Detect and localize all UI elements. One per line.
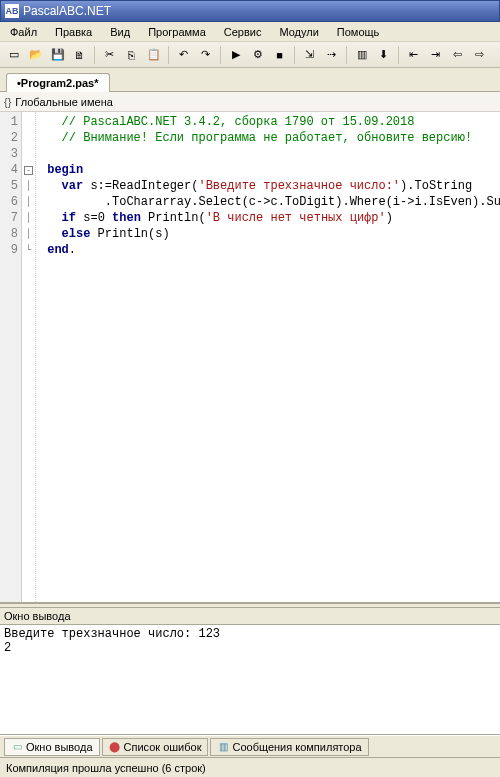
undo-icon[interactable]: ↶ xyxy=(174,45,193,64)
save-icon[interactable]: 💾 xyxy=(48,45,67,64)
fold-toggle-icon[interactable]: - xyxy=(24,166,33,175)
output-panel-body[interactable]: Введите трехзначное число: 123 2 xyxy=(0,625,500,735)
fold-gutter[interactable]: -││││└ xyxy=(22,112,36,602)
braces-icon: {} xyxy=(4,96,11,108)
menu-item-программа[interactable]: Программа xyxy=(140,24,214,40)
compiler-tab-label: Сообщения компилятора xyxy=(232,741,361,753)
app-icon: AB xyxy=(5,4,19,18)
toolbar-separator xyxy=(398,46,399,64)
menu-item-модули[interactable]: Модули xyxy=(271,24,326,40)
output-tab-icon: ▭ xyxy=(11,741,23,753)
form-designer-icon[interactable]: ▥ xyxy=(352,45,371,64)
menu-item-файл[interactable]: Файл xyxy=(2,24,45,40)
toolbar: ▭📂💾🗎✂⎘📋↶↷▶⚙■⇲⇢▥⬇⇤⇥⇦⇨ xyxy=(0,42,500,68)
menu-item-помощь[interactable]: Помощь xyxy=(329,24,388,40)
code-area[interactable]: // PascalABC.NET 3.4.2, сборка 1790 от 1… xyxy=(36,112,500,602)
new-file-icon[interactable]: ▭ xyxy=(4,45,23,64)
window-title: PascalABC.NET xyxy=(23,4,111,18)
output-tab-label: Окно вывода xyxy=(26,741,93,753)
nav-back-icon[interactable]: ⇦ xyxy=(448,45,467,64)
compiler-tab-icon: ▥ xyxy=(217,741,229,753)
indent-icon[interactable]: ⇥ xyxy=(426,45,445,64)
step-into-icon[interactable]: ⇲ xyxy=(300,45,319,64)
step-over-icon[interactable]: ⇢ xyxy=(322,45,341,64)
output-tab[interactable]: ▭Окно вывода xyxy=(4,738,100,756)
compiler-tab[interactable]: ▥Сообщения компилятора xyxy=(210,738,368,756)
status-text: Компиляция прошла успешно (6 строк) xyxy=(6,762,206,774)
toolbar-separator xyxy=(220,46,221,64)
run-icon[interactable]: ▶ xyxy=(226,45,245,64)
scope-bar[interactable]: {} Глобальные имена xyxy=(0,92,500,112)
menu-item-правка[interactable]: Правка xyxy=(47,24,100,40)
bottom-tab-bar: ▭Окно вывода⬤Список ошибок▥Сообщения ком… xyxy=(0,735,500,757)
cut-icon[interactable]: ✂ xyxy=(100,45,119,64)
errors-tab[interactable]: ⬤Список ошибок xyxy=(102,738,209,756)
save-exe-icon[interactable]: ⬇ xyxy=(374,45,393,64)
title-bar: AB PascalABC.NET xyxy=(0,0,500,22)
menu-item-вид[interactable]: Вид xyxy=(102,24,138,40)
toolbar-separator xyxy=(94,46,95,64)
menu-bar: ФайлПравкаВидПрограммаСервисМодулиПомощь xyxy=(0,22,500,42)
toolbar-separator xyxy=(294,46,295,64)
compile-icon[interactable]: ⚙ xyxy=(248,45,267,64)
copy-icon[interactable]: ⎘ xyxy=(122,45,141,64)
errors-tab-icon: ⬤ xyxy=(109,741,121,753)
redo-icon[interactable]: ↷ xyxy=(196,45,215,64)
menu-item-сервис[interactable]: Сервис xyxy=(216,24,270,40)
paste-icon[interactable]: 📋 xyxy=(144,45,163,64)
nav-fwd-icon[interactable]: ⇨ xyxy=(470,45,489,64)
save-all-icon[interactable]: 🗎 xyxy=(70,45,89,64)
code-editor[interactable]: 123456789 -││││└ // PascalABC.NET 3.4.2,… xyxy=(0,112,500,603)
toolbar-separator xyxy=(168,46,169,64)
output-panel-header: Окно вывода xyxy=(0,607,500,625)
status-bar: Компиляция прошла успешно (6 строк) xyxy=(0,757,500,777)
scope-label: Глобальные имена xyxy=(15,96,113,108)
open-file-icon[interactable]: 📂 xyxy=(26,45,45,64)
stop-icon[interactable]: ■ xyxy=(270,45,289,64)
file-tab-bar: •Program2.pas* xyxy=(0,68,500,92)
errors-tab-label: Список ошибок xyxy=(124,741,202,753)
file-tab-program2[interactable]: •Program2.pas* xyxy=(6,73,110,92)
line-number-gutter: 123456789 xyxy=(0,112,22,602)
outdent-icon[interactable]: ⇤ xyxy=(404,45,423,64)
toolbar-separator xyxy=(346,46,347,64)
